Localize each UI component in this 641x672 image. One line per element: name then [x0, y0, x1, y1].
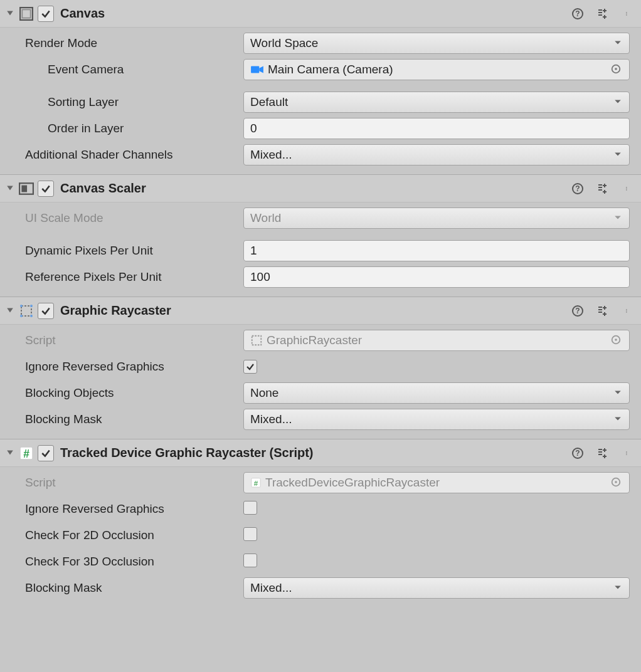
preset-icon[interactable] — [596, 182, 610, 196]
scale-mode-value: World — [250, 211, 281, 225]
dynamic-ppu-field[interactable] — [243, 240, 630, 261]
script-label: Script — [0, 333, 243, 347]
script-value: TrackedDeviceGraphicRaycaster — [265, 476, 440, 490]
render-mode-value: World Space — [250, 36, 318, 50]
sorting-layer-dropdown[interactable]: Default — [243, 92, 630, 113]
context-menu-icon[interactable] — [621, 7, 635, 21]
event-camera-field[interactable]: Main Camera (Camera) — [243, 59, 630, 80]
script-icon — [250, 334, 263, 347]
render-mode-dropdown[interactable]: World Space — [243, 33, 630, 54]
blocking-mask-label: Blocking Mask — [0, 412, 243, 426]
render-mode-label: Render Mode — [0, 36, 243, 50]
svg-point-34 — [626, 451, 627, 452]
help-icon[interactable]: ? — [571, 7, 585, 21]
script-label: Script — [0, 476, 243, 490]
blocking-mask-label: Blocking Mask — [0, 581, 243, 595]
additional-shader-label: Additional Shader Channels — [0, 148, 243, 162]
check-3d-checkbox[interactable] — [243, 554, 257, 567]
ignore-reversed-label: Ignore Reversed Graphics — [0, 502, 243, 516]
csharp-script-icon: # — [250, 477, 262, 488]
blocking-objects-label: Blocking Objects — [0, 386, 243, 400]
chevron-down-icon — [614, 415, 623, 424]
blocking-mask-value: Mixed... — [250, 412, 292, 426]
script-value: GraphicRaycaster — [267, 333, 362, 347]
blocking-objects-dropdown[interactable]: None — [243, 382, 630, 404]
blocking-mask-dropdown[interactable]: Mixed... — [243, 577, 630, 599]
svg-point-16 — [626, 189, 627, 190]
sorting-layer-value: Default — [250, 95, 288, 109]
svg-rect-27 — [252, 336, 262, 345]
chevron-down-icon — [614, 584, 623, 592]
canvas-icon — [18, 5, 35, 23]
order-in-layer-label: Order in Layer — [0, 122, 243, 135]
enable-canvas-checkbox[interactable] — [38, 6, 54, 22]
svg-point-9 — [615, 68, 617, 70]
graphic-raycaster-icon — [18, 302, 35, 320]
svg-text:?: ? — [575, 449, 580, 458]
chevron-down-icon — [614, 39, 623, 48]
context-menu-icon[interactable] — [621, 304, 635, 318]
chevron-down-icon — [614, 389, 623, 397]
component-title: Canvas Scaler — [60, 181, 571, 196]
enable-tracked-checkbox[interactable] — [38, 445, 54, 461]
scale-mode-label: UI Scale Mode — [0, 211, 243, 225]
additional-shader-value: Mixed... — [250, 148, 292, 162]
preset-icon[interactable] — [596, 7, 610, 21]
object-picker-icon — [610, 476, 623, 489]
scale-mode-dropdown: World — [243, 207, 630, 229]
help-icon[interactable]: ? — [571, 182, 585, 196]
svg-point-4 — [626, 12, 627, 13]
component-title: Tracked Device Graphic Raycaster (Script… — [60, 446, 571, 460]
svg-rect-7 — [251, 66, 259, 73]
preset-icon[interactable] — [596, 446, 610, 460]
enable-raycaster-checkbox[interactable] — [38, 303, 54, 319]
svg-point-25 — [626, 310, 627, 311]
script-field: # TrackedDeviceGraphicRaycaster — [243, 472, 630, 493]
help-icon[interactable]: ? — [571, 304, 585, 318]
sorting-layer-label: Sorting Layer — [0, 95, 243, 109]
svg-point-29 — [615, 339, 617, 341]
dynamic-ppu-input[interactable] — [250, 244, 623, 258]
ignore-reversed-checkbox[interactable] — [243, 360, 257, 374]
object-picker-icon — [610, 334, 623, 347]
foldout-icon[interactable] — [6, 9, 15, 18]
context-menu-icon[interactable] — [621, 446, 635, 460]
foldout-icon[interactable] — [6, 184, 15, 193]
svg-point-5 — [626, 13, 627, 14]
reference-ppu-input[interactable] — [250, 270, 623, 284]
context-menu-icon[interactable] — [621, 182, 635, 196]
component-title: Graphic Raycaster — [60, 303, 571, 318]
svg-text:#: # — [254, 479, 258, 487]
svg-text:?: ? — [575, 9, 580, 18]
svg-text:?: ? — [575, 307, 580, 315]
event-camera-value: Main Camera (Camera) — [268, 63, 393, 76]
preset-icon[interactable] — [596, 304, 610, 318]
blocking-objects-value: None — [250, 386, 278, 400]
svg-rect-11 — [21, 185, 27, 192]
svg-point-20 — [20, 315, 23, 317]
order-in-layer-field[interactable] — [243, 118, 630, 139]
component-title: Canvas — [60, 6, 571, 21]
svg-point-6 — [626, 14, 627, 15]
check-2d-checkbox[interactable] — [243, 527, 257, 541]
dynamic-ppu-label: Dynamic Pixels Per Unit — [0, 244, 243, 258]
chevron-down-icon — [614, 98, 623, 107]
foldout-icon[interactable] — [6, 307, 15, 315]
svg-rect-17 — [21, 306, 31, 316]
svg-point-40 — [615, 481, 617, 483]
reference-ppu-label: Reference Pixels Per Unit — [0, 270, 243, 284]
additional-shader-dropdown[interactable]: Mixed... — [243, 144, 630, 165]
svg-point-15 — [626, 188, 627, 189]
svg-point-24 — [626, 309, 627, 310]
help-icon[interactable]: ? — [571, 446, 585, 460]
foldout-icon[interactable] — [6, 449, 15, 458]
enable-scaler-checkbox[interactable] — [38, 181, 54, 197]
check-2d-label: Check For 2D Occlusion — [0, 528, 243, 542]
ignore-reversed-checkbox[interactable] — [243, 501, 257, 515]
camera-icon — [250, 64, 264, 75]
object-picker-icon[interactable] — [610, 63, 623, 76]
blocking-mask-dropdown[interactable]: Mixed... — [243, 409, 630, 430]
reference-ppu-field[interactable] — [243, 266, 630, 288]
chevron-down-icon — [614, 214, 623, 223]
order-in-layer-input[interactable] — [250, 122, 623, 135]
